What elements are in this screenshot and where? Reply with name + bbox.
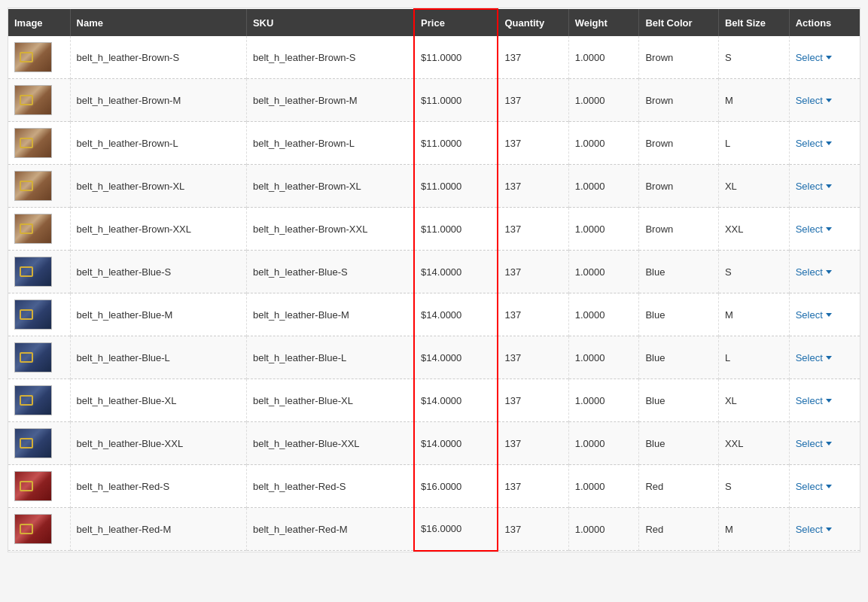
dropdown-arrow-icon — [826, 270, 832, 274]
product-image — [14, 42, 52, 72]
product-image-cell — [8, 208, 70, 251]
product-image — [14, 428, 52, 458]
product-image — [14, 385, 52, 415]
product-actions-cell: Select — [789, 122, 860, 165]
product-weight: 1.0000 — [568, 79, 639, 122]
product-name: belt_h_leather-Blue-S — [70, 251, 246, 293]
table-row: belt_h_leather-Blue-Mbelt_h_leather-Blue… — [8, 293, 860, 336]
product-sku: belt_h_leather-Brown-L — [246, 122, 414, 165]
select-button[interactable]: Select — [796, 95, 832, 106]
belt-buckle-icon — [20, 438, 33, 448]
select-button[interactable]: Select — [796, 52, 832, 63]
product-belt-size: S — [718, 36, 789, 79]
belt-buckle-icon — [20, 138, 33, 148]
product-quantity: 137 — [498, 122, 568, 165]
product-weight: 1.0000 — [568, 293, 639, 336]
product-belt-size: XL — [718, 379, 789, 422]
product-weight: 1.0000 — [568, 251, 639, 293]
product-weight: 1.0000 — [568, 208, 639, 251]
product-belt-size: XXL — [718, 208, 789, 251]
product-sku: belt_h_leather-Red-S — [246, 465, 414, 508]
product-image — [14, 342, 52, 372]
product-actions-cell: Select — [789, 293, 860, 336]
product-belt-size: L — [718, 122, 789, 165]
product-name: belt_h_leather-Brown-XL — [70, 165, 246, 208]
product-quantity: 137 — [498, 165, 568, 208]
product-weight: 1.0000 — [568, 379, 639, 422]
product-price: $11.0000 — [414, 79, 498, 122]
select-button[interactable]: Select — [796, 181, 832, 192]
table-row: belt_h_leather-Red-Mbelt_h_leather-Red-M… — [8, 508, 860, 551]
product-price: $14.0000 — [414, 251, 498, 293]
dropdown-arrow-icon — [826, 184, 832, 188]
select-button[interactable]: Select — [796, 223, 832, 235]
dropdown-arrow-icon — [826, 227, 832, 231]
product-weight: 1.0000 — [568, 336, 639, 379]
product-actions-cell: Select — [789, 508, 860, 551]
product-belt-size: XL — [718, 165, 789, 208]
select-button[interactable]: Select — [796, 438, 832, 449]
product-sku: belt_h_leather-Brown-M — [246, 79, 414, 122]
header-sku: SKU — [246, 9, 414, 36]
belt-buckle-icon — [20, 395, 33, 406]
product-name: belt_h_leather-Blue-XXL — [70, 422, 246, 465]
select-button[interactable]: Select — [796, 481, 832, 492]
product-image-cell — [8, 165, 70, 208]
product-image-cell — [8, 293, 70, 336]
product-actions-cell: Select — [789, 79, 860, 122]
dropdown-arrow-icon — [826, 56, 832, 59]
product-price: $16.0000 — [414, 465, 498, 508]
product-image-cell — [8, 122, 70, 165]
product-price: $14.0000 — [414, 422, 498, 465]
table-row: belt_h_leather-Brown-Lbelt_h_leather-Bro… — [8, 122, 860, 165]
belt-buckle-icon — [20, 223, 33, 234]
product-sku: belt_h_leather-Red-M — [246, 508, 414, 551]
product-sku: belt_h_leather-Brown-XL — [246, 165, 414, 208]
product-name: belt_h_leather-Red-M — [70, 508, 246, 551]
select-button[interactable]: Select — [796, 138, 832, 149]
product-sku: belt_h_leather-Brown-XXL — [246, 208, 414, 251]
product-quantity: 137 — [498, 465, 568, 508]
header-belt-size: Belt Size — [718, 9, 789, 36]
product-belt-size: S — [718, 465, 789, 508]
product-actions-cell: Select — [789, 379, 860, 422]
product-image-cell — [8, 379, 70, 422]
product-sku: belt_h_leather-Blue-XL — [246, 379, 414, 422]
header-image: Image — [8, 9, 70, 36]
product-sku: belt_h_leather-Blue-M — [246, 293, 414, 336]
product-weight: 1.0000 — [568, 422, 639, 465]
product-quantity: 137 — [498, 379, 568, 422]
select-button[interactable]: Select — [796, 352, 832, 363]
product-price: $11.0000 — [414, 36, 498, 79]
product-belt-color: Blue — [639, 293, 718, 336]
product-price: $14.0000 — [414, 336, 498, 379]
product-sku: belt_h_leather-Blue-L — [246, 336, 414, 379]
product-quantity: 137 — [498, 336, 568, 379]
product-quantity: 137 — [498, 508, 568, 551]
table-header-row: Image Name SKU Price Quantity Weight Bel… — [8, 9, 860, 36]
product-table-wrapper: Image Name SKU Price Quantity Weight Bel… — [8, 8, 860, 552]
product-price: $11.0000 — [414, 208, 498, 251]
product-belt-color: Brown — [639, 208, 718, 251]
product-quantity: 137 — [498, 422, 568, 465]
product-belt-color: Blue — [639, 379, 718, 422]
product-belt-color: Brown — [639, 36, 718, 79]
header-name: Name — [70, 9, 246, 36]
product-weight: 1.0000 — [568, 508, 639, 551]
product-quantity: 137 — [498, 79, 568, 122]
select-button[interactable]: Select — [796, 266, 832, 278]
product-belt-color: Blue — [639, 422, 718, 465]
belt-buckle-icon — [20, 181, 33, 191]
select-button[interactable]: Select — [796, 524, 832, 535]
product-name: belt_h_leather-Brown-M — [70, 79, 246, 122]
select-button[interactable]: Select — [796, 309, 832, 321]
select-button[interactable]: Select — [796, 395, 832, 406]
product-belt-color: Blue — [639, 336, 718, 379]
product-belt-size: M — [718, 293, 789, 336]
dropdown-arrow-icon — [826, 356, 832, 360]
belt-buckle-icon — [20, 309, 33, 320]
product-image-cell — [8, 465, 70, 508]
product-weight: 1.0000 — [568, 122, 639, 165]
header-weight: Weight — [568, 9, 639, 36]
table-row: belt_h_leather-Brown-XLbelt_h_leather-Br… — [8, 165, 860, 208]
